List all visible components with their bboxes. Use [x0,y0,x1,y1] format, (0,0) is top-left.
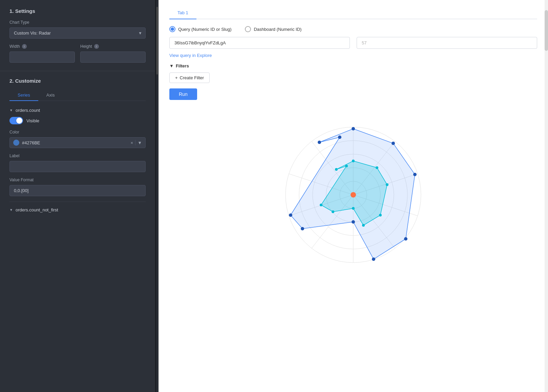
chart-type-select[interactable]: Custom Vis: Radar [9,27,146,39]
dashboard-numeric-option[interactable]: Dashboard (Numeric ID) [245,26,301,32]
height-info-icon[interactable]: i [94,44,99,49]
radar-grid [286,127,421,263]
label-field-label: Label [9,153,146,158]
color-clear-icon[interactable]: × [131,140,133,145]
svg-point-28 [376,166,378,169]
dashboard-id-input[interactable] [357,37,537,49]
svg-point-32 [352,207,355,210]
svg-point-27 [352,160,355,162]
right-scrollbar[interactable] [545,0,548,392]
svg-point-19 [404,237,407,241]
series-orders-count-not-first[interactable]: ▼ orders.count_not_first [9,202,146,212]
svg-point-20 [372,257,375,261]
chart-type-label: Chart Type [9,20,146,25]
visible-toggle[interactable] [9,117,23,124]
svg-point-29 [386,183,388,186]
svg-point-18 [413,173,417,176]
width-field: Width i [9,44,75,63]
color-label: Color [9,130,146,135]
value-format-label: Value Format [9,178,146,182]
svg-point-23 [289,213,292,217]
svg-point-37 [351,192,356,198]
svg-point-30 [379,214,382,216]
series-orders-count-header[interactable]: ▼ orders.count [9,108,146,113]
query-radio-outer[interactable] [169,26,175,32]
series-orders-count-name: orders.count [16,108,40,113]
settings-section: 1. Settings Chart Type Custom Vis: Radar… [0,0,155,71]
color-actions: × ▼ [131,140,142,145]
color-field-row: Color #4276BE × ▼ [9,130,146,148]
filters-label: Filters [176,63,189,68]
view-query-link[interactable]: View query in Explore [169,53,212,58]
color-swatch [13,140,19,146]
scroll-thumb[interactable] [156,7,158,75]
right-scroll-thumb[interactable] [545,10,548,51]
query-options-row: Query (Numeric ID or Slug) Dashboard (Nu… [169,26,537,32]
color-divider [135,140,135,145]
label-field: Label [9,153,146,172]
create-filter-label: Create Filter [180,75,204,80]
dashboard-numeric-label: Dashboard (Numeric ID) [254,27,301,32]
dimension-row: Width i Height i [9,44,146,63]
filters-section: ▼ Filters + Create Filter [169,63,537,83]
svg-point-36 [335,168,338,171]
color-value: #4276BE [22,140,128,145]
radar-chart [255,110,451,280]
visible-label: Visible [26,118,39,123]
height-input[interactable] [80,51,146,63]
color-picker-box[interactable]: #4276BE × ▼ [9,137,146,148]
customize-tabs: Series Axis [9,90,146,101]
query-inputs-row [169,37,537,49]
series-chevron-icon: ▼ [9,108,13,112]
svg-point-21 [352,220,355,224]
svg-point-35 [345,165,348,167]
settings-title: 1. Settings [9,8,146,14]
svg-point-33 [332,210,334,213]
value-format-field: Value Format [9,178,146,196]
color-dropdown-icon[interactable]: ▼ [138,140,142,145]
series-not-first-name: orders.count_not_first [16,207,58,212]
width-info-icon[interactable]: i [22,44,27,49]
visible-row: Visible [9,117,146,124]
filters-header[interactable]: ▼ Filters [169,63,537,68]
top-tab-1[interactable]: Tab 1 [169,7,196,19]
query-numeric-option[interactable]: Query (Numeric ID or Slug) [169,26,231,32]
series-orders-count: ▼ orders.count Visible Color #4276BE × [9,108,146,196]
scroll-track [156,0,158,392]
query-numeric-label: Query (Numeric ID or Slug) [178,27,231,32]
width-input[interactable] [9,51,75,63]
svg-point-34 [320,204,322,206]
customize-section: 2. Customize Series Axis ▼ orders.count … [0,71,155,219]
right-panel: Tab 1 Query (Numeric ID or Slug) Dashboa… [159,0,548,392]
series-not-first-chevron-icon: ▼ [9,208,13,212]
run-button[interactable]: Run [169,88,197,100]
left-panel: 1. Settings Chart Type Custom Vis: Radar… [0,0,156,392]
svg-point-17 [392,142,395,145]
scroll-divider [156,0,159,392]
svg-point-25 [318,141,321,144]
value-format-input[interactable] [9,185,146,196]
chart-type-select-wrapper: Custom Vis: Radar ▼ [9,27,146,39]
svg-point-24 [338,136,341,139]
svg-point-16 [352,127,355,130]
query-id-input[interactable] [169,37,350,49]
tab-series[interactable]: Series [9,90,38,101]
height-field: Height i [80,44,146,63]
label-input[interactable] [9,161,146,172]
query-radio-inner [171,27,174,31]
svg-point-22 [301,227,304,230]
create-filter-plus-icon: + [175,75,178,80]
tab-axis[interactable]: Axis [38,90,63,101]
customize-title: 2. Customize [9,78,146,84]
svg-point-31 [362,224,365,227]
create-filter-button[interactable]: + Create Filter [169,73,210,83]
top-tab-bar: Tab 1 [169,7,537,19]
right-panel-inner: Tab 1 Query (Numeric ID or Slug) Dashboa… [159,0,548,297]
chart-container [169,107,537,286]
filters-chevron-icon: ▼ [169,63,174,68]
dashboard-radio-outer[interactable] [245,26,251,32]
